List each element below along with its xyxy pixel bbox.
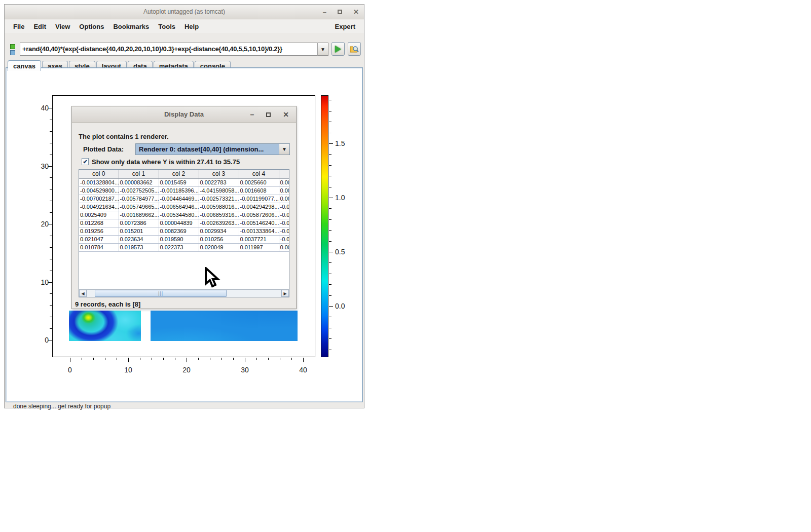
- menu-item-view[interactable]: View: [51, 23, 75, 30]
- table-cell[interactable]: -0.0: [279, 203, 289, 211]
- table-cell[interactable]: -0.001689662...: [119, 211, 159, 219]
- table-cell[interactable]: -0.001328804...: [79, 178, 119, 186]
- table-cell[interactable]: 0.023634: [119, 235, 159, 243]
- table-cell[interactable]: -0.005784977...: [119, 195, 159, 203]
- table-cell[interactable]: 0.00: [279, 186, 289, 195]
- table-row[interactable]: 0.0192560.0152010.00823690.0029934-0.001…: [79, 227, 289, 235]
- menu-item-expert[interactable]: Expert: [330, 23, 360, 30]
- table-row[interactable]: 0.0107840.0195730.0223730.0200490.011997…: [79, 243, 289, 251]
- close-icon[interactable]: ✕: [353, 9, 359, 15]
- table-row[interactable]: -0.001328804...0.0000836620.00154590.002…: [79, 178, 289, 186]
- table-cell[interactable]: -0.0: [279, 235, 289, 243]
- column-header[interactable]: [279, 170, 289, 178]
- data-table[interactable]: col 0col 1col 2col 3col 4-0.001328804...…: [79, 170, 289, 252]
- table-cell[interactable]: -4.041598058...: [199, 186, 239, 195]
- table-cell[interactable]: 0.015201: [119, 227, 159, 235]
- datasource-green-icon[interactable]: [10, 44, 15, 49]
- table-cell[interactable]: 0.0025660: [239, 178, 279, 186]
- column-header[interactable]: col 2: [159, 170, 199, 178]
- column-header[interactable]: col 3: [199, 170, 239, 178]
- menu-item-bookmarks[interactable]: Bookmarks: [108, 23, 154, 30]
- table-cell[interactable]: -0.001333864...: [239, 227, 279, 235]
- table-cell[interactable]: 0.00: [279, 243, 289, 251]
- column-header[interactable]: col 4: [239, 170, 279, 178]
- dialog-minimize-icon[interactable]: –: [250, 111, 254, 118]
- maximize-icon[interactable]: [338, 10, 342, 14]
- table-cell[interactable]: 0.010256: [199, 235, 239, 243]
- uri-input[interactable]: +rand{40,40}*{exp{-distance{40,40,20,20,…: [20, 43, 317, 56]
- table-cell[interactable]: 0.0082369: [159, 227, 199, 235]
- column-header[interactable]: col 0: [79, 170, 119, 178]
- table-cell[interactable]: 0.020049: [199, 243, 239, 251]
- dialog-close-icon[interactable]: ✕: [283, 111, 289, 118]
- table-cell[interactable]: 0.019256: [79, 227, 119, 235]
- table-cell[interactable]: 0.00: [279, 195, 289, 203]
- table-cell[interactable]: 0.010784: [79, 243, 119, 251]
- table-cell[interactable]: 0.0016608: [239, 186, 279, 195]
- table-cell[interactable]: -0.002573321...: [199, 195, 239, 203]
- table-row[interactable]: -0.004529800...-0.002752505...-0.0011853…: [79, 186, 289, 195]
- menu-item-tools[interactable]: Tools: [154, 23, 180, 30]
- table-cell[interactable]: 0.0029934: [199, 227, 239, 235]
- table-row[interactable]: -0.007002187...-0.005784977...-0.0044644…: [79, 195, 289, 203]
- table-cell[interactable]: 0.0022783: [199, 178, 239, 186]
- dialog-maximize-icon[interactable]: [266, 112, 271, 117]
- table-cell[interactable]: -0.005344580...: [159, 211, 199, 219]
- scroll-left-icon[interactable]: ◀: [79, 290, 87, 297]
- spectrogram-left-strip[interactable]: [69, 311, 141, 341]
- scroll-right-icon[interactable]: ▶: [281, 290, 289, 297]
- table-cell[interactable]: -0.005872606...: [239, 211, 279, 219]
- inspect-uri-button[interactable]: [348, 42, 361, 56]
- table-cell[interactable]: -0.0: [279, 211, 289, 219]
- table-cell[interactable]: -0.0: [279, 219, 289, 227]
- table-row[interactable]: 0.0210470.0236340.0195900.0102560.003772…: [79, 235, 289, 243]
- table-cell[interactable]: 0.019590: [159, 235, 199, 243]
- scrollbar-thumb[interactable]: |||: [95, 290, 227, 297]
- table-cell[interactable]: 0.0072386: [119, 219, 159, 227]
- scrollbar-track[interactable]: |||: [87, 290, 281, 297]
- spectrogram-right-strip[interactable]: [151, 311, 298, 341]
- table-cell[interactable]: 0.011997: [239, 243, 279, 251]
- table-cell[interactable]: -0.005146240...: [239, 219, 279, 227]
- colorbar[interactable]: [321, 95, 328, 357]
- table-cell[interactable]: 0.000044839: [159, 219, 199, 227]
- menu-item-help[interactable]: Help: [180, 23, 203, 30]
- table-cell[interactable]: -0.007002187...: [79, 195, 119, 203]
- table-cell[interactable]: -0.006564946...: [159, 203, 199, 211]
- menu-item-options[interactable]: Options: [75, 23, 108, 30]
- y-filter-checkbox[interactable]: ✔: [82, 158, 89, 165]
- dialog-titlebar[interactable]: Display Data – ✕: [72, 106, 296, 123]
- table-row[interactable]: -0.004921634...-0.005749665...-0.0065649…: [79, 203, 289, 211]
- table-row[interactable]: 0.0122680.00723860.000044839-0.002639263…: [79, 219, 289, 227]
- table-cell[interactable]: -0.004529800...: [79, 186, 119, 195]
- table-cell[interactable]: 0.000083662: [119, 178, 159, 186]
- tab-canvas[interactable]: canvas: [8, 60, 41, 71]
- table-cell[interactable]: 0.012268: [79, 219, 119, 227]
- table-cell[interactable]: 0.0025409: [79, 211, 119, 219]
- table-cell[interactable]: 0.0015459: [159, 178, 199, 186]
- table-cell[interactable]: -0.005749665...: [119, 203, 159, 211]
- uri-dropdown-button[interactable]: ▼: [317, 43, 328, 56]
- column-header[interactable]: col 1: [119, 170, 159, 178]
- table-cell[interactable]: 0.019573: [119, 243, 159, 251]
- minimize-icon[interactable]: –: [323, 9, 326, 15]
- table-cell[interactable]: -0.001199077...: [239, 195, 279, 203]
- menu-item-file[interactable]: File: [9, 23, 29, 30]
- plotted-data-select[interactable]: Renderer 0: dataset[40,40] (dimension...…: [135, 143, 290, 155]
- horizontal-scrollbar[interactable]: ◀ ||| ▶: [79, 289, 289, 297]
- menu-item-edit[interactable]: Edit: [29, 23, 51, 30]
- table-cell[interactable]: -0.002752505...: [119, 186, 159, 195]
- table-cell[interactable]: -0.004921634...: [79, 203, 119, 211]
- table-cell[interactable]: -0.001185396...: [159, 186, 199, 195]
- table-cell[interactable]: -0.004464469...: [159, 195, 199, 203]
- go-button[interactable]: [331, 42, 345, 56]
- table-cell[interactable]: 0.022373: [159, 243, 199, 251]
- table-cell[interactable]: -0.005988016...: [199, 203, 239, 211]
- window-titlebar[interactable]: Autoplot untagged (as tomcat) – ✕: [5, 5, 364, 19]
- table-cell[interactable]: -0.004294298...: [239, 203, 279, 211]
- table-cell[interactable]: -0.002639263...: [199, 219, 239, 227]
- table-cell[interactable]: -0.0: [279, 227, 289, 235]
- datasource-blue-icon[interactable]: [10, 50, 15, 55]
- table-cell[interactable]: -0.006859316...: [199, 211, 239, 219]
- table-row[interactable]: 0.0025409-0.001689662...-0.005344580...-…: [79, 211, 289, 219]
